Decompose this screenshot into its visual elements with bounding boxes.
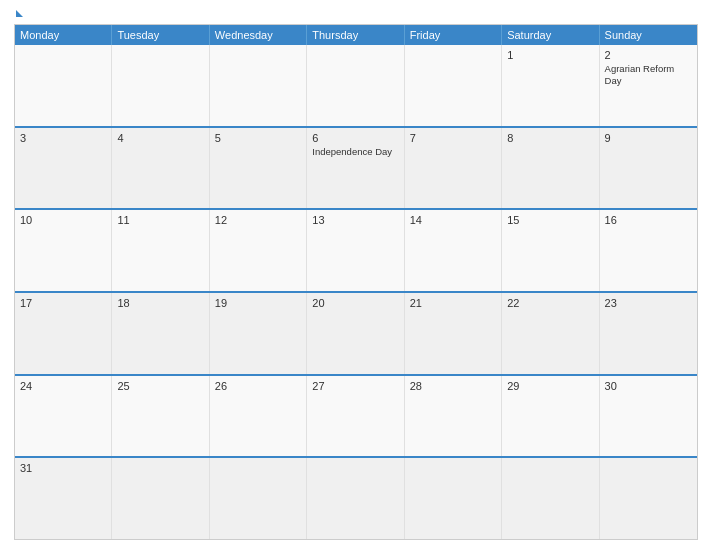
day-number: 12 [215,214,301,226]
calendar-cell: 1 [502,45,599,126]
day-number: 21 [410,297,496,309]
day-number: 6 [312,132,398,144]
event-label: Agrarian Reform Day [605,63,692,88]
calendar-cell [112,458,209,539]
day-number: 24 [20,380,106,392]
calendar-page: MondayTuesdayWednesdayThursdayFridaySatu… [0,0,712,550]
calendar-cell: 2Agrarian Reform Day [600,45,697,126]
calendar-header: MondayTuesdayWednesdayThursdayFridaySatu… [15,25,697,45]
calendar-cell: 4 [112,128,209,209]
calendar-cell: 16 [600,210,697,291]
day-number: 30 [605,380,692,392]
calendar-cell [210,45,307,126]
calendar-cell: 28 [405,376,502,457]
calendar-cell: 26 [210,376,307,457]
calendar-cell: 15 [502,210,599,291]
calendar-cell: 9 [600,128,697,209]
calendar-cell: 22 [502,293,599,374]
day-number: 11 [117,214,203,226]
calendar-cell: 11 [112,210,209,291]
day-number: 20 [312,297,398,309]
calendar-cell: 19 [210,293,307,374]
logo-blue-text [14,10,23,18]
event-label: Independence Day [312,146,398,158]
day-number: 13 [312,214,398,226]
day-number: 18 [117,297,203,309]
calendar-cell: 5 [210,128,307,209]
calendar-cell: 13 [307,210,404,291]
calendar-cell [600,458,697,539]
calendar: MondayTuesdayWednesdayThursdayFridaySatu… [14,24,698,540]
calendar-week-1: 12Agrarian Reform Day [15,45,697,126]
header-day-tuesday: Tuesday [112,25,209,45]
day-number: 15 [507,214,593,226]
calendar-cell: 25 [112,376,209,457]
calendar-cell: 20 [307,293,404,374]
logo [14,10,23,18]
day-number: 14 [410,214,496,226]
calendar-cell: 29 [502,376,599,457]
calendar-cell: 24 [15,376,112,457]
calendar-cell [307,458,404,539]
day-number: 25 [117,380,203,392]
calendar-cell: 12 [210,210,307,291]
calendar-cell: 3 [15,128,112,209]
day-number: 17 [20,297,106,309]
calendar-week-5: 24252627282930 [15,374,697,457]
calendar-cell [15,45,112,126]
calendar-cell [405,45,502,126]
calendar-cell [307,45,404,126]
day-number: 26 [215,380,301,392]
day-number: 19 [215,297,301,309]
day-number: 29 [507,380,593,392]
calendar-week-6: 31 [15,456,697,539]
day-number: 4 [117,132,203,144]
day-number: 5 [215,132,301,144]
day-number: 27 [312,380,398,392]
calendar-cell: 8 [502,128,599,209]
calendar-cell: 18 [112,293,209,374]
calendar-cell [112,45,209,126]
calendar-cell: 10 [15,210,112,291]
day-number: 28 [410,380,496,392]
calendar-week-2: 3456Independence Day789 [15,126,697,209]
calendar-cell: 27 [307,376,404,457]
day-number: 16 [605,214,692,226]
day-number: 9 [605,132,692,144]
day-number: 2 [605,49,692,61]
calendar-cell: 21 [405,293,502,374]
day-number: 10 [20,214,106,226]
day-number: 7 [410,132,496,144]
header-day-monday: Monday [15,25,112,45]
header-day-wednesday: Wednesday [210,25,307,45]
calendar-cell: 14 [405,210,502,291]
calendar-body: 12Agrarian Reform Day3456Independence Da… [15,45,697,539]
day-number: 1 [507,49,593,61]
calendar-cell [405,458,502,539]
header [14,10,698,18]
day-number: 23 [605,297,692,309]
calendar-week-4: 17181920212223 [15,291,697,374]
calendar-cell: 30 [600,376,697,457]
day-number: 3 [20,132,106,144]
calendar-cell: 23 [600,293,697,374]
calendar-week-3: 10111213141516 [15,208,697,291]
header-day-saturday: Saturday [502,25,599,45]
calendar-cell [210,458,307,539]
day-number: 31 [20,462,106,474]
calendar-cell: 6Independence Day [307,128,404,209]
calendar-cell [502,458,599,539]
calendar-cell: 31 [15,458,112,539]
logo-triangle-icon [16,10,23,17]
header-day-thursday: Thursday [307,25,404,45]
calendar-cell: 17 [15,293,112,374]
day-number: 8 [507,132,593,144]
header-day-sunday: Sunday [600,25,697,45]
day-number: 22 [507,297,593,309]
header-day-friday: Friday [405,25,502,45]
calendar-cell: 7 [405,128,502,209]
